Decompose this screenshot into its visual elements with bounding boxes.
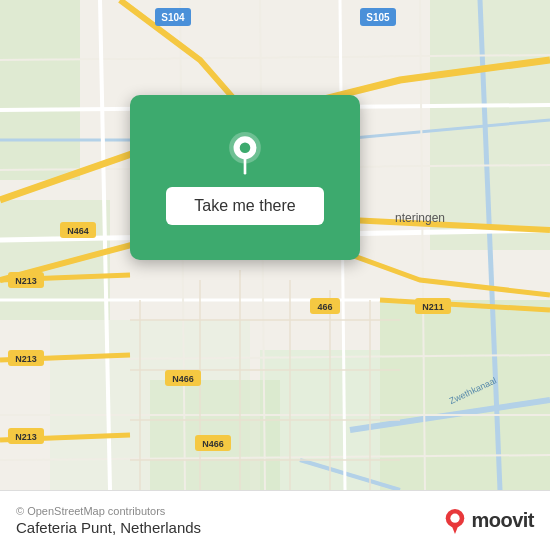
attribution-text: © OpenStreetMap contributors — [16, 505, 201, 517]
svg-point-59 — [451, 513, 460, 522]
svg-rect-1 — [0, 200, 110, 320]
map-pin-icon — [223, 131, 267, 175]
svg-text:S104: S104 — [161, 12, 185, 23]
svg-text:N464: N464 — [67, 226, 89, 236]
svg-text:nteringen: nteringen — [395, 211, 445, 225]
svg-text:N213: N213 — [15, 432, 37, 442]
svg-rect-0 — [0, 0, 80, 180]
moovit-pin-icon — [444, 508, 466, 534]
location-label: Cafeteria Punt, Netherlands — [16, 519, 201, 536]
svg-marker-60 — [452, 524, 459, 533]
svg-text:N211: N211 — [422, 302, 444, 312]
action-card: Take me there — [130, 95, 360, 260]
svg-text:N466: N466 — [202, 439, 224, 449]
svg-text:N213: N213 — [15, 354, 37, 364]
moovit-brand-name: moovit — [471, 509, 534, 532]
footer-bar: © OpenStreetMap contributors Cafeteria P… — [0, 490, 550, 550]
svg-text:S105: S105 — [366, 12, 390, 23]
svg-text:N466: N466 — [172, 374, 194, 384]
svg-text:N213: N213 — [15, 276, 37, 286]
svg-point-57 — [240, 142, 251, 153]
footer-info: © OpenStreetMap contributors Cafeteria P… — [16, 505, 201, 536]
take-me-there-button[interactable]: Take me there — [166, 187, 323, 225]
moovit-logo: moovit — [444, 508, 534, 534]
svg-text:466: 466 — [317, 302, 332, 312]
map-container: S104 S105 N213 N464 N213 N213 N466 N466 … — [0, 0, 550, 490]
